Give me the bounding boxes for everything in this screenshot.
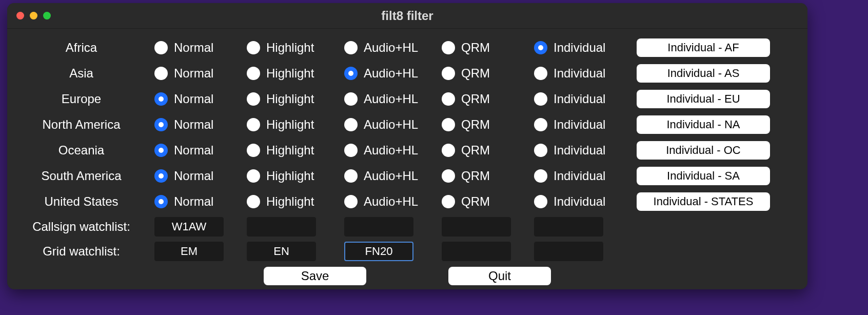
- region-row: United StatesNormalHighlightAudio+HLQRMI…: [13, 189, 801, 214]
- radio-label-highlight: Highlight: [266, 41, 314, 55]
- individual-button[interactable]: Individual - AS: [637, 64, 770, 83]
- region-label: Africa: [13, 41, 154, 55]
- region-label: Oceania: [13, 143, 154, 158]
- radio-cell-individual: Individual: [534, 117, 637, 132]
- radio-audiohl[interactable]: [344, 144, 358, 157]
- radio-cell-normal: Normal: [154, 41, 247, 55]
- radio-label-normal: Normal: [174, 92, 213, 106]
- grid-watch-input-2[interactable]: [344, 242, 413, 261]
- individual-button[interactable]: Individual - NA: [637, 115, 770, 134]
- radio-cell-audiohl: Audio+HL: [344, 117, 442, 132]
- radio-individual[interactable]: [534, 195, 547, 208]
- radio-qrm[interactable]: [442, 169, 455, 183]
- radio-label-qrm: QRM: [461, 143, 490, 158]
- radio-cell-normal: Normal: [154, 194, 247, 209]
- traffic-lights: [16, 12, 51, 19]
- callsign-watch-input-2[interactable]: [344, 217, 413, 237]
- radio-highlight[interactable]: [247, 144, 260, 157]
- radio-audiohl[interactable]: [344, 41, 358, 54]
- radio-individual[interactable]: [534, 92, 547, 106]
- radio-cell-qrm: QRM: [442, 41, 534, 55]
- region-row: South AmericaNormalHighlightAudio+HLQRMI…: [13, 163, 801, 189]
- region-label: Asia: [13, 66, 154, 81]
- radio-highlight[interactable]: [247, 118, 260, 131]
- radio-individual[interactable]: [534, 41, 547, 54]
- radio-qrm[interactable]: [442, 118, 455, 131]
- individual-button[interactable]: Individual - EU: [637, 90, 770, 108]
- radio-normal[interactable]: [154, 195, 168, 208]
- radio-label-individual: Individual: [554, 194, 605, 209]
- radio-individual[interactable]: [534, 67, 547, 80]
- region-label: South America: [13, 169, 154, 183]
- radio-audiohl[interactable]: [344, 118, 358, 131]
- radio-cell-individual: Individual: [534, 92, 637, 106]
- individual-button[interactable]: Individual - OC: [637, 141, 770, 160]
- grid-watch-input-0[interactable]: [154, 242, 224, 261]
- radio-highlight[interactable]: [247, 169, 260, 183]
- radio-normal[interactable]: [154, 41, 168, 54]
- radio-label-individual: Individual: [554, 169, 605, 183]
- radio-cell-audiohl: Audio+HL: [344, 92, 442, 106]
- grid-watch-input-4[interactable]: [534, 242, 603, 261]
- radio-label-highlight: Highlight: [266, 194, 314, 209]
- radio-normal[interactable]: [154, 169, 168, 183]
- radio-normal[interactable]: [154, 67, 168, 80]
- radio-label-normal: Normal: [174, 169, 213, 183]
- grid-watch-input-1[interactable]: [247, 242, 316, 261]
- callsign-watch-input-0[interactable]: [154, 217, 224, 237]
- radio-highlight[interactable]: [247, 92, 260, 106]
- individual-button[interactable]: Individual - SA: [637, 167, 770, 185]
- radio-highlight[interactable]: [247, 41, 260, 54]
- radio-label-audiohl: Audio+HL: [364, 194, 418, 209]
- radio-label-highlight: Highlight: [266, 66, 314, 81]
- radio-individual[interactable]: [534, 169, 547, 183]
- radio-cell-normal: Normal: [154, 143, 247, 158]
- radio-qrm[interactable]: [442, 67, 455, 80]
- save-button[interactable]: Save: [264, 267, 366, 285]
- radio-label-normal: Normal: [174, 194, 213, 209]
- radio-audiohl[interactable]: [344, 169, 358, 183]
- callsign-watch-input-4[interactable]: [534, 217, 603, 237]
- radio-label-highlight: Highlight: [266, 169, 314, 183]
- radio-cell-qrm: QRM: [442, 92, 534, 106]
- radio-cell-highlight: Highlight: [247, 194, 344, 209]
- radio-highlight[interactable]: [247, 195, 260, 208]
- radio-normal[interactable]: [154, 118, 168, 131]
- radio-individual[interactable]: [534, 118, 547, 131]
- radio-label-audiohl: Audio+HL: [364, 92, 418, 106]
- radio-audiohl[interactable]: [344, 195, 358, 208]
- radio-label-normal: Normal: [174, 117, 213, 132]
- radio-audiohl[interactable]: [344, 67, 358, 80]
- radio-label-qrm: QRM: [461, 92, 490, 106]
- individual-button[interactable]: Individual - STATES: [637, 192, 770, 211]
- radio-label-audiohl: Audio+HL: [364, 66, 418, 81]
- radio-highlight[interactable]: [247, 67, 260, 80]
- radio-cell-individual: Individual: [534, 194, 637, 209]
- callsign-watchlist-row: Callsign watchlist:: [13, 214, 801, 239]
- minimize-icon[interactable]: [30, 12, 37, 19]
- radio-individual[interactable]: [534, 144, 547, 157]
- radio-cell-highlight: Highlight: [247, 143, 344, 158]
- radio-qrm[interactable]: [442, 144, 455, 157]
- quit-button[interactable]: Quit: [448, 267, 551, 285]
- zoom-icon[interactable]: [43, 12, 51, 19]
- radio-label-individual: Individual: [554, 117, 605, 132]
- region-label: United States: [13, 194, 154, 209]
- grid-watch-input-3[interactable]: [442, 242, 511, 261]
- radio-normal[interactable]: [154, 144, 168, 157]
- radio-normal[interactable]: [154, 92, 168, 106]
- callsign-watch-input-3[interactable]: [442, 217, 511, 237]
- region-row: AsiaNormalHighlightAudio+HLQRMIndividual…: [13, 61, 801, 86]
- button-row: Save Quit: [13, 267, 801, 285]
- radio-cell-qrm: QRM: [442, 169, 534, 183]
- radio-qrm[interactable]: [442, 92, 455, 106]
- radio-cell-normal: Normal: [154, 117, 247, 132]
- radio-audiohl[interactable]: [344, 92, 358, 106]
- close-icon[interactable]: [16, 12, 24, 19]
- callsign-watch-input-1[interactable]: [247, 217, 316, 237]
- individual-button[interactable]: Individual - AF: [637, 38, 770, 57]
- radio-qrm[interactable]: [442, 195, 455, 208]
- radio-cell-individual: Individual: [534, 66, 637, 81]
- radio-qrm[interactable]: [442, 41, 455, 54]
- radio-label-qrm: QRM: [461, 41, 490, 55]
